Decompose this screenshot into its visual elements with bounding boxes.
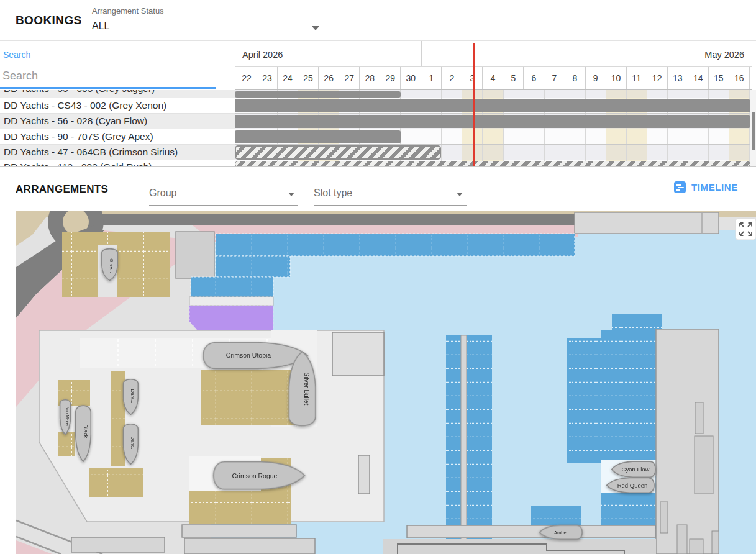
berth-purple[interactable] — [189, 306, 273, 330]
day-cell: 8 — [565, 67, 586, 89]
arrangement-status-underline — [92, 37, 325, 37]
berth-tan-b[interactable] — [201, 370, 296, 425]
berth-blue-amber[interactable] — [531, 506, 581, 526]
quay-top-right — [575, 212, 719, 234]
gantt-row-track — [235, 114, 750, 129]
day-cell: 10 — [606, 67, 627, 89]
timeline-button[interactable]: TIMELINE — [674, 181, 738, 193]
chevron-down-icon[interactable] — [312, 26, 319, 30]
booking-row-label[interactable]: DD Yachts - 47 - 064CB (Crimson Sirius) — [0, 145, 235, 160]
boat-label: Crimson Utopia — [226, 352, 271, 359]
gantt-row-track — [235, 90, 750, 98]
dock-structure — [184, 538, 315, 554]
day-cell: 2 — [442, 67, 462, 89]
search-underline — [0, 87, 216, 89]
booking-row-label[interactable]: DD Yachts - 90 - 707S (Grey Apex) — [0, 129, 235, 145]
boat-label: Dark... — [130, 389, 135, 404]
day-cell: 15 — [709, 67, 729, 89]
chevron-down-icon[interactable] — [457, 193, 463, 196]
boat-label: Dark... — [130, 436, 135, 451]
day-cell: 27 — [339, 67, 360, 89]
berth-blue-mid-right[interactable] — [467, 335, 492, 554]
pier-right-building — [712, 531, 719, 554]
booking-row-label[interactable]: DD Yachts - 56 - 028 (Cyan Flow) — [0, 114, 235, 129]
arrangements-title: ARRANGEMENTS — [16, 183, 108, 196]
pier-strip — [189, 297, 273, 306]
day-cell: 30 — [401, 67, 421, 89]
booking-row-text: DD Yachts - 90 - 707S (Grey Apex) — [4, 131, 153, 142]
berth-blue-right-b[interactable] — [601, 330, 656, 529]
day-cell: 1 — [421, 67, 442, 89]
pier-right-building — [660, 502, 668, 533]
gantt-bar[interactable] — [235, 99, 750, 112]
booking-row-label[interactable]: DD Yachts - CS43 - 002 (Grey Xenon) — [0, 98, 235, 114]
berth-blue-top2[interactable] — [216, 256, 290, 277]
map-fullscreen-button[interactable] — [736, 219, 756, 240]
dock-structure — [71, 537, 165, 552]
day-cell: 29 — [380, 67, 401, 89]
berth-blue-top3[interactable] — [191, 277, 273, 297]
gantt-bar[interactable] — [235, 161, 750, 166]
pier-right-building — [695, 402, 703, 434]
day-cell: 6 — [524, 67, 544, 89]
timeline-icon — [674, 181, 686, 193]
bookings-title: BOOKINGS — [16, 14, 82, 27]
pier-right-building — [695, 436, 713, 494]
month-header-row — [235, 41, 756, 66]
gantt-row-track — [235, 145, 750, 160]
berth-tan-e2[interactable] — [189, 491, 262, 524]
day-cell: 9 — [586, 67, 606, 89]
pier-right-building — [690, 539, 703, 554]
day-cell: 11 — [627, 67, 647, 89]
slot-type-select[interactable]: Slot type — [314, 188, 352, 199]
booking-row-text: DD Yachts - 47 - 064CB (Crimson Sirius) — [4, 147, 178, 158]
today-line — [473, 43, 475, 166]
day-cell: 23 — [257, 67, 278, 89]
berth-tan-c2[interactable] — [58, 432, 75, 456]
gantt-bar[interactable] — [235, 115, 750, 128]
gantt-scrollbar-thumb[interactable] — [752, 112, 755, 150]
group-select[interactable]: Group — [149, 188, 176, 199]
marina-map-svg[interactable]: Grey... Crimson Utopia Silver Bullet Noi… — [0, 211, 756, 554]
booking-row-text: DD Yachts - 56 - 028 (Cyan Flow) — [4, 116, 147, 127]
booking-label-column: DD Yachts - 55 - 005 (Grey Jagger) DD Ya… — [0, 90, 235, 166]
berth-blue-right-top[interactable] — [612, 314, 662, 330]
chevron-down-icon[interactable] — [288, 193, 294, 196]
day-cell: 25 — [298, 67, 319, 89]
timeline-button-label: TIMELINE — [691, 182, 738, 193]
search-input[interactable] — [2, 66, 216, 86]
berth-tan-d[interactable] — [89, 468, 143, 497]
arrangement-status-select[interactable]: ALL — [92, 20, 109, 32]
berth-blue-mid-left[interactable] — [446, 335, 461, 554]
boat-label: Crimson Rogue — [232, 472, 278, 479]
berth-blue-top[interactable] — [216, 234, 575, 256]
pier-right-building — [677, 525, 687, 554]
booking-row-label[interactable]: DD Yachts - 113 - 003 (Gold Rush) — [0, 160, 235, 166]
booking-row-text: DD Yachts - 55 - 005 (Grey Jagger) — [4, 90, 155, 94]
day-cell: 5 — [503, 67, 524, 89]
marina-map[interactable]: Grey... Crimson Utopia Silver Bullet Noi… — [0, 211, 756, 554]
slot-type-select-underline — [314, 205, 467, 206]
boat-label: Black... — [83, 424, 89, 443]
day-header-row: 22 23 24 25 26 27 28 29 30 1 2 3 4 5 6 7… — [235, 66, 752, 90]
gantt-bar[interactable] — [235, 91, 401, 98]
day-cell: 22 — [237, 67, 257, 89]
dock-structure — [407, 525, 655, 538]
day-cell: 24 — [278, 67, 298, 89]
booking-row-label[interactable]: DD Yachts - 55 - 005 (Grey Jagger) — [0, 90, 235, 98]
gantt-row-track — [235, 129, 750, 145]
small-building — [358, 455, 370, 494]
day-cell: 12 — [647, 67, 668, 89]
boat-label: Grey... — [109, 258, 114, 273]
dock-bottom — [383, 539, 656, 554]
day-cell: 14 — [688, 67, 709, 89]
panel-divider — [235, 41, 235, 166]
gantt-bar[interactable] — [235, 145, 441, 160]
day-cell: 16 — [729, 67, 750, 89]
boat-label: Amber... — [554, 530, 572, 535]
booking-row-text: DD Yachts - CS43 - 002 (Grey Xenon) — [4, 100, 166, 111]
boat-label: Noir Maveri... — [65, 407, 70, 431]
day-cell: 26 — [319, 67, 339, 89]
gantt-bar[interactable] — [235, 130, 401, 143]
day-cell: 13 — [668, 67, 688, 89]
